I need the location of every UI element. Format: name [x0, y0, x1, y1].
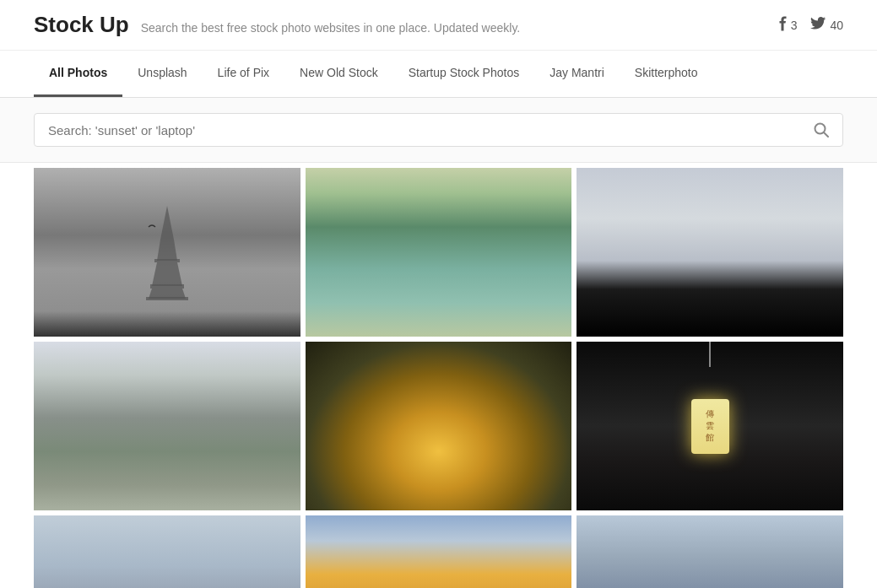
- social-links: 3 40: [778, 16, 843, 35]
- svg-marker-3: [157, 240, 177, 261]
- facebook-link[interactable]: 3: [778, 16, 798, 35]
- photo-item-sky[interactable]: [34, 515, 300, 588]
- site-tagline: Search the best free stock photo website…: [141, 21, 521, 35]
- nav-item-skitterphoto[interactable]: Skitterphoto: [620, 51, 713, 97]
- nav-item-jay-mantri[interactable]: Jay Mantri: [534, 51, 620, 97]
- photo-item-lake[interactable]: [306, 168, 572, 337]
- nav-item-life-of-pix[interactable]: Life of Pix: [203, 51, 284, 97]
- photo-item-cliff[interactable]: [577, 515, 843, 588]
- header-left: Stock Up Search the best free stock phot…: [34, 12, 520, 38]
- nav-item-unsplash[interactable]: Unsplash: [122, 51, 202, 97]
- photo-item-sunset[interactable]: [306, 342, 572, 510]
- svg-rect-6: [150, 284, 184, 289]
- photo-item-harbor[interactable]: [577, 168, 843, 337]
- site-title: Stock Up: [34, 12, 129, 38]
- lantern-element: 傳雲館: [691, 399, 729, 454]
- twitter-count: 40: [830, 19, 843, 32]
- search-bar: [34, 113, 843, 147]
- svg-marker-2: [160, 206, 174, 240]
- search-input[interactable]: [48, 123, 805, 138]
- main-nav: All Photos Unsplash Life of Pix New Old …: [0, 51, 877, 98]
- photo-item-mountain[interactable]: [34, 342, 300, 510]
- facebook-icon: [778, 16, 787, 35]
- nav-item-all-photos[interactable]: All Photos: [34, 51, 122, 97]
- photo-item-lantern[interactable]: 傳雲館: [577, 342, 843, 510]
- search-icon: [814, 122, 829, 138]
- photo-grid: 傳雲館: [0, 163, 877, 588]
- nav-item-new-old-stock[interactable]: New Old Stock: [284, 51, 393, 97]
- photo-item-buildings[interactable]: [306, 515, 572, 588]
- header: Stock Up Search the best free stock phot…: [0, 0, 877, 51]
- lantern-wire: [709, 342, 711, 367]
- twitter-link[interactable]: 40: [810, 17, 843, 33]
- svg-rect-4: [154, 259, 180, 262]
- search-button[interactable]: [814, 122, 829, 138]
- svg-marker-5: [152, 262, 182, 286]
- search-container: [0, 98, 877, 163]
- lantern-text: 傳雲館: [706, 408, 714, 444]
- facebook-count: 3: [791, 19, 798, 32]
- eiffel-tower-svg: [142, 202, 192, 303]
- twitter-icon: [810, 17, 826, 33]
- photo-item-eiffel[interactable]: [34, 168, 300, 337]
- nav-item-startup-stock-photos[interactable]: Startup Stock Photos: [393, 51, 535, 97]
- svg-line-1: [824, 132, 828, 137]
- svg-rect-8: [146, 297, 188, 300]
